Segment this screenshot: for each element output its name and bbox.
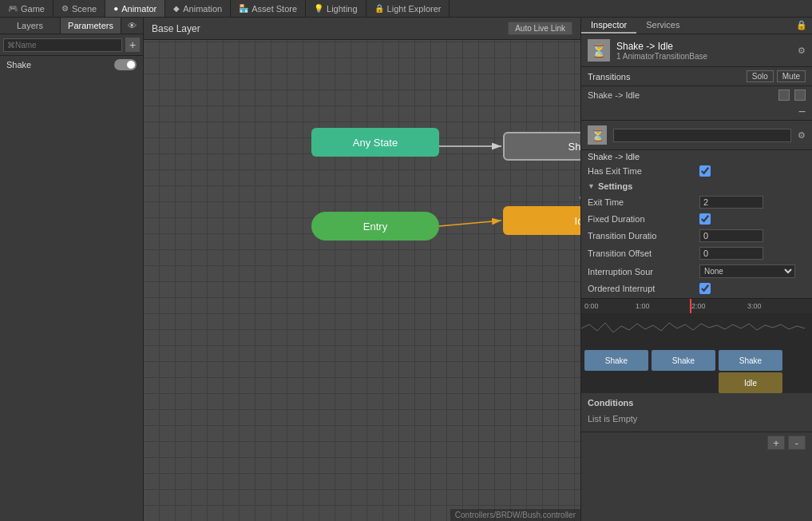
remove-condition-button[interactable]: - [788,435,806,450]
inspector-title-row: ⏳ Shake -> Idle 1 AnimatorTransitionBase… [581,34,812,67]
state-idle[interactable]: Idle [503,206,580,235]
timeline-block-shake-1[interactable]: Shake [584,350,648,371]
timeline-playhead[interactable] [690,299,691,313]
tab-light-explorer[interactable]: 🔒 Light Explorer [366,0,450,17]
add-param-button[interactable]: + [125,38,140,52]
timeline-ruler: 0:00 1:00 2:00 3:00 [581,299,812,313]
conditions-footer: + - [581,432,812,453]
fixed-duration-checkbox[interactable] [699,213,711,225]
transition-duration-label: Transition Duratio [588,231,699,241]
transition-checkbox-2[interactable] [794,89,806,101]
ruler-marker-3: 3:00 [747,302,762,310]
state-any-label: Any State [353,137,398,149]
state-entry[interactable]: Entry [311,212,439,241]
left-panel-tabs: Layers Parameters 👁 [0,18,143,34]
timeline-block-shake-2[interactable]: Shake [652,350,715,371]
exit-time-label: Exit Time [588,197,699,207]
ruler-marker-1: 1:00 [636,302,650,310]
param-toggle-shake[interactable] [114,59,137,70]
param-search-input[interactable] [3,38,122,52]
inspector-lock-icon[interactable]: 🔒 [791,18,812,34]
mute-button[interactable]: Mute [777,70,806,82]
inspector-object-name: Shake -> Idle [616,41,707,52]
animator-icon: ● [113,4,118,13]
transition-detail-row: ⏳ ⚙ [581,121,812,150]
fixed-duration-label: Fixed Duration [588,214,699,224]
param-label-shake: Shake [6,60,109,70]
inspector-object-info: Shake -> Idle 1 AnimatorTransitionBase [616,41,707,61]
timeline-block-shake-3[interactable]: Shake [719,350,782,371]
animator-canvas[interactable]: Any State Shake Idle Entry Controllers/B… [144,40,580,521]
has-exit-time-label: Has Exit Time [588,166,699,176]
tab-layers[interactable]: Layers [0,18,61,34]
canvas-footer-path: Controllers/BRDW/Bush.controller [450,509,580,521]
transition-offset-label: Transition Offset [588,249,699,258]
state-shake-label: Shake [568,141,580,153]
state-any-state[interactable]: Any State [311,128,439,157]
svg-line-5 [439,221,501,226]
detail-gear-icon[interactable]: ⚙ [798,130,806,141]
main-content: Layers Parameters 👁 + Shake Base Layer A… [0,18,812,521]
transition-duration-input[interactable] [699,229,763,242]
interruption-source-row: Interruption Sour None [581,262,812,280]
settings-label: Settings [598,181,632,191]
inspector-object-icon: ⏳ [588,39,610,62]
exit-time-row: Exit Time [581,193,812,211]
transition-detail-name: Shake -> Idle [581,150,812,163]
state-idle-label: Idle [575,215,580,227]
add-condition-button[interactable]: + [767,435,785,450]
light-explorer-icon: 🔒 [374,4,384,13]
auto-live-link-button[interactable]: Auto Live Link [508,22,572,35]
tab-services[interactable]: Services [636,18,689,34]
state-shake[interactable]: Shake [503,132,580,161]
transition-name-label: Shake -> Idle [588,90,774,100]
transitions-label: Transitions [588,72,743,82]
animator-area: Base Layer Auto Live Link [144,18,580,521]
tab-animator[interactable]: ● Animator [105,0,165,17]
scene-icon: ⚙ [61,4,69,13]
game-icon: 🎮 [8,4,18,13]
tab-inspector[interactable]: Inspector [581,18,636,34]
tab-parameters[interactable]: Parameters [61,18,121,34]
timeline-blocks: Shake Shake Shake Idle [581,348,812,393]
tab-scene[interactable]: ⚙ Scene [53,0,105,17]
settings-header[interactable]: ▼ Settings [581,179,812,193]
tab-animation[interactable]: ◆ Animation [165,0,231,17]
transition-checkbox-1[interactable] [778,89,790,101]
tab-asset-store[interactable]: 🏪 Asset Store [231,0,306,17]
ordered-interrupt-checkbox[interactable] [699,283,711,294]
interruption-source-select[interactable]: None [699,264,795,278]
ordered-interrupt-label: Ordered Interrupt [588,284,699,293]
param-item-shake: Shake [0,56,143,74]
inspector-object-type: 1 AnimatorTransitionBase [616,52,707,61]
solo-button[interactable]: Solo [747,70,774,82]
fixed-duration-row: Fixed Duration [581,211,812,227]
remove-transition-button[interactable]: − [798,105,806,118]
tab-lighting[interactable]: 💡 Lighting [306,0,366,17]
inspector-gear-icon[interactable]: ⚙ [798,46,806,56]
inspector-header-tabs: Inspector Services 🔒 [581,18,812,34]
arrows-svg [144,40,580,521]
timeline-block-idle[interactable]: Idle [719,372,782,393]
settings-arrow-icon: ▼ [588,182,595,190]
timeline-area: 0:00 1:00 2:00 3:00 Shake [581,298,812,393]
has-exit-time-row: Has Exit Time [581,163,812,179]
exit-time-input[interactable] [699,196,763,209]
interruption-source-label: Interruption Sour [588,267,699,276]
left-panel-toolbar: + [0,34,143,56]
transition-search-input[interactable] [613,129,791,142]
tab-game[interactable]: 🎮 Game [0,0,53,17]
inspector-panel: Inspector Services 🔒 ⏳ Shake -> Idle 1 A… [580,18,812,521]
transition-row: Shake -> Idle [581,86,812,104]
has-exit-time-checkbox[interactable] [699,165,711,177]
animation-icon: ◆ [173,4,180,13]
lighting-icon: 💡 [314,4,323,13]
base-layer-label: Base Layer [152,23,200,34]
state-entry-label: Entry [363,221,387,233]
transition-offset-input[interactable] [699,247,763,260]
conditions-section: Conditions List is Empty [581,393,812,432]
waveform-svg [581,316,812,340]
transition-offset-row: Transition Offset [581,245,812,262]
timeline-canvas[interactable]: Shake Shake Shake Idle [581,313,812,393]
eye-toggle[interactable]: 👁 [121,18,143,34]
